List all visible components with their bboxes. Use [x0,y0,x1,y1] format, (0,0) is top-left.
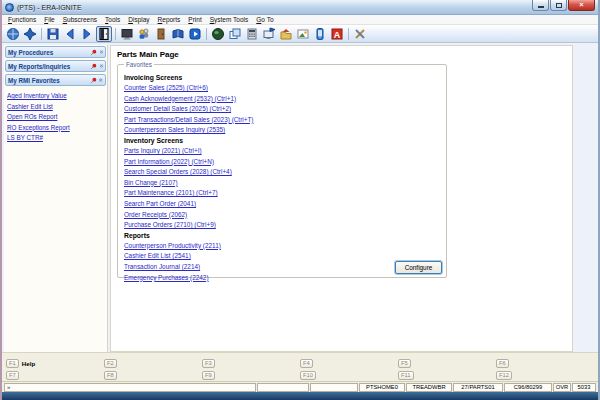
page-title: Parts Main Page [117,50,567,59]
menubar: Functions File Subscreens Tools Display … [2,15,598,25]
pushpin-icon[interactable] [90,49,97,56]
link-customer-detail-sales[interactable]: Customer Detail Sales (2025) (Ctrl+2) [124,105,440,112]
rmi-favorites-list: Aged Inventory Value Cashier Edit List O… [5,88,106,145]
sidebar-link-ro-exceptions-report[interactable]: RO Exceptions Report [7,124,104,131]
menu-print[interactable]: Print [184,16,205,23]
link-bin-change[interactable]: Bin Change (2107) [124,179,440,186]
chevron-down-icon[interactable]: » [98,50,104,54]
sidebar-panel-label: My Procedures [8,49,90,56]
mobile-phone-icon[interactable] [312,26,328,42]
menu-system-tools[interactable]: System Tools [206,16,253,23]
sidebar-link-ls-by-ctr[interactable]: LS BY CTR# [7,134,104,141]
menu-tools[interactable]: Tools [101,16,124,23]
content-area: My Procedures » My Reports/Inquiries » M… [2,43,598,352]
link-counter-sales[interactable]: Counter Sales (2525) (Ctrl+6) [124,84,440,91]
sidebar: My Procedures » My Reports/Inquiries » M… [4,45,108,352]
link-transaction-journal[interactable]: Transaction Journal (2214) [124,263,440,270]
fn-key-f5: F5 [398,359,496,368]
configure-button[interactable]: Configure [395,261,442,274]
toolbar-separator [206,28,207,40]
link-parts-inquiry[interactable]: Parts Inquiry (2021) (Ctrl+I) [124,147,440,154]
link-cash-acknowledgement[interactable]: Cash Acknowledgement (2532) (Ctrl+1) [124,95,440,102]
sidebar-panel-label: My RMI Favorites [8,77,90,84]
globe-icon[interactable] [5,26,21,42]
link-counterperson-productivity[interactable]: Counterperson Productivity (2211) [124,242,440,249]
maximize-button[interactable] [550,0,567,11]
toolbar: A [2,25,598,43]
menu-file[interactable]: File [40,16,59,23]
fn-key-f11: F11 [398,371,496,380]
door-icon[interactable] [153,26,169,42]
pushpin-icon[interactable] [90,63,97,70]
dark-globe-icon[interactable] [210,26,226,42]
sidebar-link-cashier-edit-list[interactable]: Cashier Edit List [7,103,104,110]
menu-reports[interactable]: Reports [154,16,185,23]
status-cell-ovr: OVR [553,383,571,392]
calculator-icon[interactable] [244,26,260,42]
chevron-up-icon[interactable]: » [98,78,104,82]
window-bottom-frame [2,392,598,400]
chevron-down-icon[interactable]: » [98,64,104,68]
close-button[interactable]: × [568,0,595,11]
status-cell-empty-1 [257,383,309,392]
link-part-transactions-detail-sales[interactable]: Part Transactions/Detail Sales (2023) (C… [124,116,440,123]
link-search-special-orders[interactable]: Search Special Orders (2028) (Ctrl+4) [124,168,440,175]
monitor-icon[interactable] [119,26,135,42]
close-icon: × [579,1,583,9]
link-part-maintenance[interactable]: Part Maintenance (2101) (Ctrl+7) [124,189,440,196]
forward-icon[interactable] [79,26,95,42]
compass-icon[interactable] [22,26,38,42]
save-icon[interactable] [45,26,61,42]
sidebar-panel-my-procedures[interactable]: My Procedures » [5,46,106,58]
link-counterperson-sales-inquiry[interactable]: Counterperson Sales Inquiry (2535) [124,126,440,133]
main-panel: Parts Main Page Favorites Invoicing Scre… [110,45,573,352]
sidebar-panel-my-rmi-favorites[interactable]: My RMI Favorites » [5,74,106,86]
menu-display[interactable]: Display [124,16,153,23]
groupbox-legend: Favorites [124,61,154,68]
monitor-flag-icon[interactable] [261,26,277,42]
menu-subscreens[interactable]: Subscreens [59,16,101,23]
link-purchase-orders[interactable]: Purchase Orders (2710) (Ctrl+9) [124,221,440,228]
svg-text:A: A [334,29,341,39]
home-folder-icon[interactable] [278,26,294,42]
exit-screen-icon[interactable] [96,26,112,42]
section-heading-inventory: Inventory Screens [124,137,440,144]
status-cell-user: TREADWBR [406,383,452,392]
toolbar-separator [41,28,42,40]
function-key-bar: F1Help F2 F3 F4 F5 F6 F7 F8 F9 F10 F11 F… [2,357,598,381]
menu-functions[interactable]: Functions [4,16,40,23]
cascade-windows-icon[interactable] [227,26,243,42]
status-cell-number: 5033 [572,383,596,392]
book-icon[interactable] [170,26,186,42]
maximize-icon [556,3,562,8]
run-icon[interactable] [187,26,203,42]
sidebar-link-aged-inventory-value[interactable]: Aged Inventory Value [7,92,104,99]
status-bar: » PTSHOME0 TREADWBR 27/PARTS01 C96/80299… [2,381,598,392]
users-icon[interactable] [136,26,152,42]
sidebar-panel-my-reports-inquiries[interactable]: My Reports/Inquiries » [5,60,106,72]
window-title: (PTS) - ERA-IGNITE [17,4,82,11]
minimize-icon [538,6,544,8]
link-order-receipts[interactable]: Order Receipts (2062) [124,211,440,218]
sidebar-panel-label: My Reports/Inquiries [8,63,90,70]
link-part-information[interactable]: Part Information (2022) (Ctrl+N) [124,158,440,165]
link-cashier-edit-list[interactable]: Cashier Edit List (2541) [124,252,440,259]
sidebar-link-open-ros-report[interactable]: Open ROs Report [7,113,104,120]
fn-key-f10: F10 [300,371,398,380]
titlebar: (PTS) - ERA-IGNITE × [2,0,598,15]
fn-key-f6: F6 [496,359,594,368]
font-a-icon[interactable]: A [329,26,345,42]
fn-key-f8: F8 [104,371,202,380]
fn-key-f3: F3 [202,359,300,368]
tools-icon[interactable] [352,26,368,42]
picture-icon[interactable] [295,26,311,42]
fn-key-f4: F4 [300,359,398,368]
back-icon[interactable] [62,26,78,42]
link-search-part-order[interactable]: Search Part Order (2041) [124,200,440,207]
fn-key-f9: F9 [202,371,300,380]
section-heading-invoicing: Invoicing Screens [124,74,440,81]
minimize-button[interactable] [532,0,549,11]
link-emergency-purchases[interactable]: Emergency Purchases (2242) [124,274,440,281]
app-window: (PTS) - ERA-IGNITE × Functions File Subs… [0,0,600,400]
menu-go-to[interactable]: Go To [252,16,277,23]
